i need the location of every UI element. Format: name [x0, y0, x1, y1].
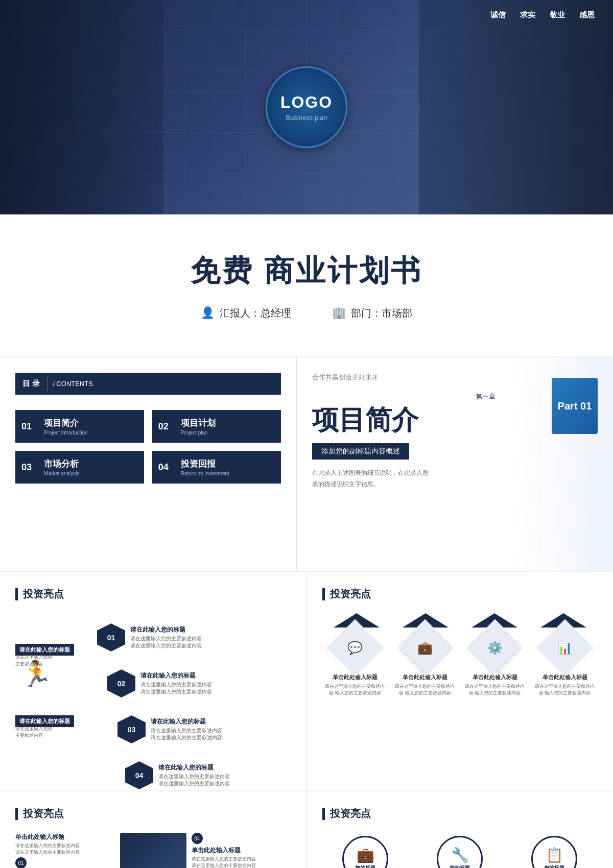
circle-icon-3: 📋 您的标题 — [531, 836, 577, 868]
list-col-2: 04 单击此处输入标题 请在这里输入您的主要叙述内容请在这里输入您的主要叙述内容… — [192, 833, 291, 868]
menu-num-4: 04 — [152, 451, 175, 484]
hex-item-1: 01 请在此输入您的标题 请在这里输入您的主要叙述内容请在这里输入您的主要叙述内… — [97, 623, 202, 652]
circle-icon-2: 🔧 您的标题 — [437, 836, 483, 868]
chapter-desc-2: 表的描述说明文字信息。 — [312, 479, 598, 490]
hex-text-3: 请在此输入您的标题 请在这里输入您的主要叙述内容请在这里输入您的主要叙述内容 — [151, 717, 222, 741]
menu-title-en-3: Market analysis — [44, 471, 138, 476]
diamond-card-3: ⚙️ 单击此处输入标题 请在这里输入您的主要叙述内容 输入您的主要叙述内容 — [464, 628, 526, 696]
tag-2: 求实 — [517, 9, 538, 21]
left-desc-1: 请在这里输入您的主要叙述内容 — [15, 654, 52, 667]
menu-title-cn-4: 投资回报 — [181, 458, 275, 470]
chapter-subtitle-bar: 添加您的副标题内容概述 — [312, 443, 409, 460]
main-title: 免费 商业计划书 — [191, 251, 422, 291]
building-left — [0, 0, 163, 214]
invest-title-3: 投资亮点 — [23, 807, 64, 821]
diamond-icon-3: ⚙️ — [487, 641, 503, 655]
invest-title-4: 投资亮点 — [330, 807, 371, 821]
title-bar-icon-2 — [322, 588, 325, 600]
circle-emoji-3: 📋 — [546, 847, 563, 863]
invest-slide-1: 投资亮点 🏃 请在此输入您的标题 请在这里输入您的主要叙述内容 请在此输入您的标… — [0, 572, 613, 791]
diamond-cards: 💬 单击此处输入标题 请在这里输入您的主要叙述内容 输入您的主要叙述内容 💼 单… — [322, 628, 598, 696]
center-image: 🌐 — [120, 833, 186, 868]
logo-subtitle: Business plan — [286, 114, 327, 122]
circle-item-2: 🔧 您的标题 单击此处输入标题 请在这里输入您的主要叙述内容 请在这里输入您的主… — [424, 836, 496, 868]
hex-item-2: 02 请在此输入您的标题 请在这里输入您的主要叙述内容请在这里输入您的主要叙述内… — [107, 669, 212, 697]
menu-content-3: 市场分析 Market analysis — [38, 451, 144, 484]
invest-title-1: 投资亮点 — [23, 587, 64, 601]
hex-item-3: 03 请在此输入您的标题 请在这里输入您的主要叙述内容请在这里输入您的主要叙述内… — [117, 715, 222, 743]
reporter-info: 👤 汇报人：总经理 — [201, 306, 291, 320]
hex-text-2: 请在此输入您的标题 请在这里输入您的主要叙述内容请在这里输入您的主要叙述内容 — [140, 671, 212, 695]
diamond-desc-3: 请在这里输入您的主要叙述内容 输入您的主要叙述内容 — [464, 683, 526, 696]
hex-num-4: 04 — [125, 761, 153, 789]
list-with-image: 单击此处输入标题 请在这里输入您的主要叙述内容请在这里输入您的主要叙述内容 01… — [15, 833, 291, 868]
menu-item-1: 01 项目简介 Project introduction — [15, 410, 144, 443]
hex-num-1: 01 — [97, 623, 125, 652]
section-title-3: 投资亮点 — [15, 807, 291, 821]
title-bar-icon-1 — [15, 588, 18, 600]
diamond-shape-2: 💼 — [396, 619, 454, 677]
list-item-4: 04 单击此处输入标题 请在这里输入您的主要叙述内容请在这里输入您的主要叙述内容 — [192, 833, 291, 868]
menu-content-1: 项目简介 Project introduction — [38, 410, 144, 443]
title-slide: 免费 商业计划书 👤 汇报人：总经理 🏢 部门：市场部 — [0, 214, 613, 357]
corner-tags: 诚信 求实 敬业 感恩 — [487, 9, 598, 21]
menu-num-3: 03 — [15, 451, 38, 484]
section-title-4: 投资亮点 — [322, 807, 598, 821]
invest-right-2: 投资亮点 💼 您的标题 单击此处输入标题 请在这里输入您的主要叙述内容 请在这里… — [307, 791, 614, 868]
building-right — [419, 0, 613, 214]
diamond-icon-4: 📊 — [557, 641, 573, 655]
hex-diagram: 🏃 请在此输入您的标题 请在这里输入您的主要叙述内容 请在此输入您的标题 请在这… — [15, 613, 291, 787]
logo-circle: LOGO Business plan — [266, 66, 347, 148]
circle-item-3: 📋 您的标题 单击此处输入标题 请在这里输入您的主要叙述内容 请在这里输入您的主… — [518, 836, 590, 868]
chapter-desc-1: 在此录入上述图表的细节说明，在此录入图 — [312, 468, 598, 479]
section-title-2: 投资亮点 — [322, 587, 598, 601]
reporter-label: 汇报人：总经理 — [220, 306, 291, 320]
invest-right-1: 投资亮点 💬 单击此处输入标题 请在这 — [307, 572, 614, 790]
menu-title-cn-3: 市场分析 — [44, 458, 138, 470]
invest-title-2: 投资亮点 — [330, 587, 371, 601]
invest-left-1: 投资亮点 🏃 请在此输入您的标题 请在这里输入您的主要叙述内容 请在此输入您的标… — [0, 572, 306, 790]
department-info: 🏢 部门：市场部 — [332, 306, 412, 320]
menu-num-1: 01 — [15, 410, 38, 443]
reporter-icon: 👤 — [201, 306, 215, 320]
diamond-shape-4: 📊 — [536, 619, 594, 677]
contents-divider: / CONTENTS — [47, 377, 98, 391]
menu-title-en-2: Project plan — [181, 430, 275, 436]
diamond-shape-1: 💬 — [326, 619, 384, 677]
menu-title-en-1: Project introduction — [44, 430, 138, 436]
hex-num-3: 03 — [117, 715, 146, 743]
diamond-card-1: 💬 单击此处输入标题 请在这里输入您的主要叙述内容 输入您的主要叙述内容 — [324, 628, 386, 696]
subtitle-row: 👤 汇报人：总经理 🏢 部门：市场部 — [201, 306, 412, 320]
left-desc-2: 请在这里输入您的主要叙述内容 — [15, 726, 52, 738]
menu-num-2: 02 — [152, 410, 175, 443]
title-bar-icon-3 — [15, 808, 18, 820]
invest-left-2: 投资亮点 单击此处输入标题 请在这里输入您的主要叙述内容请在这里输入您的主要叙述… — [0, 791, 306, 868]
department-icon: 🏢 — [332, 306, 346, 320]
diamond-icon-1: 💬 — [347, 641, 363, 655]
section-title-1: 投资亮点 — [15, 587, 291, 601]
chapter-panel: 合作共赢创造美好未来 第一章 项目简介 添加您的副标题内容概述 在此录入上述图表… — [297, 357, 613, 571]
circle-icon-1: 💼 您的标题 — [342, 836, 388, 868]
circle-items: 💼 您的标题 单击此处输入标题 请在这里输入您的主要叙述内容 请在这里输入您的主… — [322, 836, 598, 868]
circle-item-1: 💼 您的标题 单击此处输入标题 请在这里输入您的主要叙述内容 请在这里输入您的主… — [329, 836, 401, 868]
menu-title-cn-2: 项目计划 — [181, 417, 275, 429]
list-item-1: 单击此处输入标题 请在这里输入您的主要叙述内容请在这里输入您的主要叙述内容 01 — [15, 833, 115, 868]
contents-badge: 目 录 — [15, 376, 47, 392]
part-badge: Part 01 — [552, 378, 598, 434]
circle-emoji-1: 💼 — [357, 847, 374, 863]
logo-text: LOGO — [280, 93, 333, 112]
menu-title-en-4: Return on investment — [181, 471, 275, 476]
tag-3: 敬业 — [547, 9, 568, 21]
menu-grid: 01 项目简介 Project introduction 02 项目计划 Pro… — [15, 410, 281, 484]
tag-4: 感恩 — [576, 9, 598, 21]
invest-slide-2: 投资亮点 单击此处输入标题 请在这里输入您的主要叙述内容请在这里输入您的主要叙述… — [0, 791, 613, 868]
contents-chapter-slide: 目 录 / CONTENTS 01 项目简介 Project introduct… — [0, 357, 613, 572]
circle-emoji-2: 🔧 — [451, 847, 469, 863]
diamond-desc-1: 请在这里输入您的主要叙述内容 输入您的主要叙述内容 — [324, 683, 386, 696]
hex-num-2: 02 — [107, 669, 135, 697]
hex-text-1: 请在此输入您的标题 请在这里输入您的主要叙述内容请在这里输入您的主要叙述内容 — [130, 625, 202, 649]
hero-slide: 诚信 求实 敬业 感恩 LOGO Business plan — [0, 0, 613, 214]
title-bar-icon-4 — [322, 808, 325, 820]
diamond-card-4: 📊 单击此处输入标题 请在这里输入您的主要叙述内容 输入您的主要叙述内容 — [534, 628, 596, 696]
menu-item-3: 03 市场分析 Market analysis — [15, 451, 144, 484]
